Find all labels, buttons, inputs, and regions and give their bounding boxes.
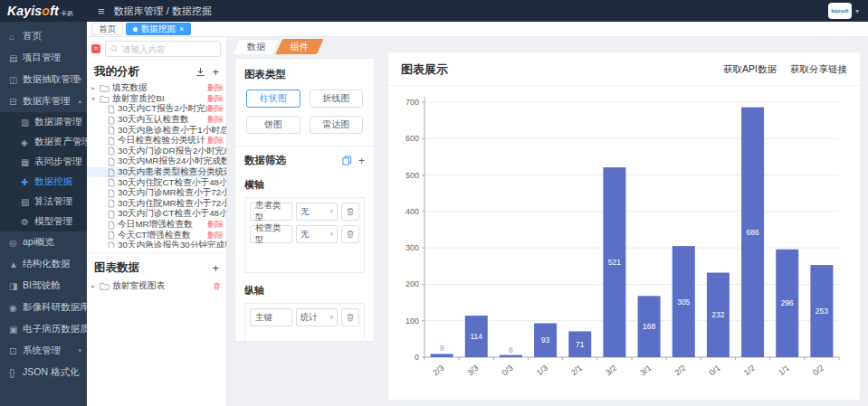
sidebar-item-data-extract[interactable]: ◫数据抽取管理▾ <box>0 69 87 90</box>
tab-component[interactable]: 组件 <box>279 39 320 54</box>
get-share-link[interactable]: 获取分享链接 <box>790 63 847 76</box>
bar-chart: 010020030040050060070092/31143/360/3931/… <box>388 86 860 400</box>
sidebar-item-system[interactable]: ⊡系统管理▾ <box>0 340 87 362</box>
tree-item[interactable]: ▸填充数据删除 <box>87 83 226 94</box>
file-icon <box>108 157 115 166</box>
file-icon <box>108 199 115 208</box>
sidebar-item-bi-cockpit[interactable]: ◨BI驾驶舱 <box>0 275 87 297</box>
add-chart-data-icon[interactable]: + <box>212 262 219 274</box>
panel-toggle-icon[interactable]: ≡ <box>91 44 100 53</box>
import-icon[interactable] <box>196 67 205 77</box>
chevron-down-icon: ▾ <box>329 208 333 215</box>
analysis-title: 我的分析 <box>94 64 139 80</box>
menu-collapse-icon[interactable]: ≡ <box>98 5 105 17</box>
tree-item[interactable]: 30天内急诊检查小于1小时总计 <box>87 125 226 136</box>
tree-item[interactable]: 今日MR增强检查数删除 <box>87 220 226 231</box>
chart-type-line-button[interactable]: 折线图 <box>310 90 364 108</box>
tree-item[interactable]: ▾放射室质控BI删除 <box>87 94 226 105</box>
sidebar-item-api-overview[interactable]: ◎api概览 <box>0 231 87 253</box>
sidebar-item-imaging-research-db[interactable]: ◉影像科研数据库 <box>0 297 87 318</box>
config-card: 图表类型 柱状图折线图饼图雷达图 数据筛选 + 横轴 患者类型无▾检查类型无▾ … <box>234 58 375 342</box>
bar-value-label: 305 <box>677 297 690 307</box>
tree-item[interactable]: 30天内CT报告2小时完成数删除 <box>87 104 226 115</box>
sidebar-item-structured-data[interactable]: ▲结构化数据 <box>0 253 87 275</box>
tab-data[interactable]: 数据 <box>235 39 277 54</box>
get-api-data-link[interactable]: 获取API数据 <box>723 63 777 76</box>
sidebar-item-project[interactable]: ▤项目管理 <box>0 47 87 69</box>
svg-text:500: 500 <box>405 171 419 180</box>
tab-data-mining[interactable]: 数据挖掘× <box>126 23 191 35</box>
delete-axis-button[interactable] <box>341 203 359 221</box>
chevron-up-icon: ▴ <box>78 98 81 105</box>
tree-item[interactable]: 30天内互认检查数删除 <box>87 115 226 126</box>
axis-field[interactable]: 检查类型 <box>250 225 292 243</box>
tree-item[interactable]: ▸放射室视图表 <box>87 279 226 293</box>
algorithm-icon: ▧ <box>21 197 34 207</box>
breadcrumb: 数据库管理 / 数据挖掘 <box>114 5 212 18</box>
tree-item[interactable]: 今天CT增强检查数删除 <box>87 230 226 241</box>
svg-text:400: 400 <box>405 207 419 216</box>
tree-item[interactable]: 今日检查检验分类统计删除 <box>87 136 226 146</box>
tree-item[interactable]: 30天内MR报告24小时完成数 <box>87 156 226 167</box>
folder-icon <box>100 95 110 103</box>
avatar[interactable]: kayisoft <box>828 3 852 19</box>
sidebar-item-emr-qc[interactable]: ▣电子病历数据质控 <box>0 318 87 340</box>
bar-value-label: 9 <box>440 344 444 353</box>
sidebar-item-home[interactable]: ⌂首页 <box>0 25 87 47</box>
close-icon[interactable]: × <box>179 25 184 33</box>
delete-trash-icon[interactable] <box>213 282 226 290</box>
svg-text:600: 600 <box>405 134 419 143</box>
tree-item[interactable]: 30天内急诊报告30分钟完成数 <box>87 241 226 248</box>
caret-icon[interactable]: ▾ <box>91 95 100 103</box>
tree-item[interactable]: 30天内门诊MR检查小于72小时总计 <box>87 188 226 199</box>
bar <box>431 354 453 357</box>
sidebar-item-data-asset[interactable]: ◈数据资产管理 <box>0 132 87 152</box>
divider <box>235 146 374 146</box>
search-input[interactable] <box>122 44 215 54</box>
sidebar-item-algorithm[interactable]: ▧算法管理 <box>0 192 87 212</box>
data-asset-icon: ◈ <box>21 137 34 147</box>
axis-agg-select[interactable]: 无▾ <box>296 225 338 243</box>
add-analysis-icon[interactable]: + <box>212 66 219 78</box>
x-tick-label: 2/2 <box>672 364 687 378</box>
tree-item[interactable]: 30天内门诊DR报告2小时完成数 <box>87 146 226 157</box>
tab-home[interactable]: 首页 <box>91 23 123 35</box>
copy-icon[interactable] <box>342 156 352 165</box>
caret-icon[interactable]: ▸ <box>91 282 100 290</box>
imaging-research-db-icon: ◉ <box>9 303 23 313</box>
chevron-down-icon[interactable]: ▾ <box>855 7 859 15</box>
sidebar-item-table-sync[interactable]: ▦表同步管理 <box>0 152 87 172</box>
file-icon <box>108 210 115 219</box>
x-tick-label: 0/3 <box>501 364 515 378</box>
x-tick-label: 3/3 <box>465 364 480 378</box>
chart-panel: 图表展示 获取API数据 获取分享链接 01002003004005006007… <box>387 52 861 401</box>
tree-item[interactable]: 30天内患者类型检查分类统计 <box>87 167 226 178</box>
x-tick-label: 0/1 <box>708 364 722 378</box>
sidebar-item-json-format[interactable]: {}JSON 格式化 <box>0 362 87 383</box>
axis-agg-select[interactable]: 统计▾ <box>296 308 338 326</box>
chevron-down-icon: ▾ <box>329 231 333 238</box>
axis-field[interactable]: 患者类型 <box>250 203 292 221</box>
axis-field[interactable]: 主键 <box>250 308 292 326</box>
sidebar-item-model[interactable]: ⚙模型管理 <box>0 212 87 231</box>
axis-row: 检查类型无▾ <box>250 225 359 243</box>
sidebar-item-data-source[interactable]: ▥数据源管理 <box>0 112 87 132</box>
tree-item[interactable]: 30天内住院MR检查小于72小时总计 <box>87 199 226 210</box>
chart-type-pie-button[interactable]: 饼图 <box>246 116 300 134</box>
chart-type-radar-button[interactable]: 雷达图 <box>310 116 364 134</box>
search-icon <box>110 44 119 53</box>
sidebar-item-data-mining[interactable]: ✚数据挖掘 <box>0 172 87 192</box>
app-logo[interactable]: Kayisoft 卡易 <box>0 4 87 18</box>
chevron-down-icon: ▾ <box>78 347 81 354</box>
delete-axis-button[interactable] <box>341 225 359 243</box>
file-icon <box>108 168 115 177</box>
tree-item[interactable]: 30天内住院CT检查小于48小时总计 <box>87 177 226 188</box>
caret-icon[interactable]: ▸ <box>91 84 100 92</box>
tree-item[interactable]: 30天内门诊CT检查小于48小时总计 <box>87 209 226 220</box>
axis-agg-select[interactable]: 无▾ <box>296 203 338 221</box>
chart-type-bar-button[interactable]: 柱状图 <box>246 90 300 108</box>
x-tick-label: 1/1 <box>777 364 791 378</box>
sidebar-item-database[interactable]: ⊟数据库管理▴ <box>0 90 87 112</box>
add-filter-icon[interactable]: + <box>358 156 365 166</box>
delete-axis-button[interactable] <box>341 308 359 326</box>
